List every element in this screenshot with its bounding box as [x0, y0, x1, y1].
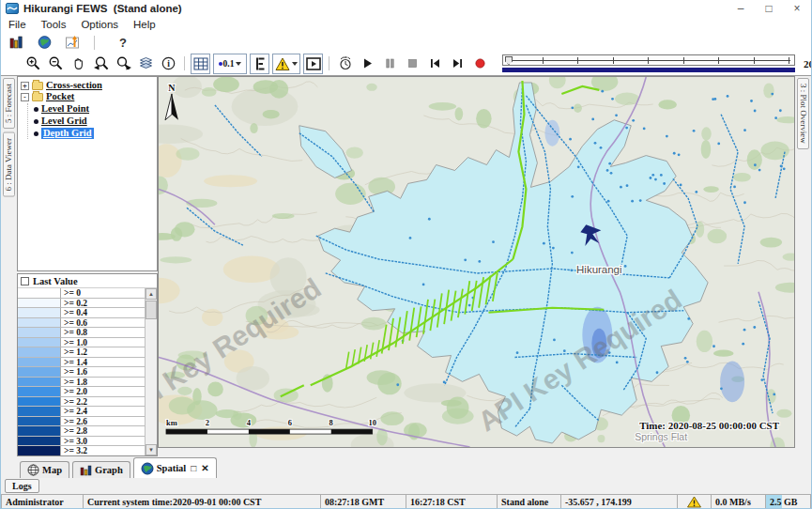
zoom-out-icon[interactable] — [46, 54, 66, 73]
deep-flood-patch — [544, 120, 559, 147]
thresholds-dropdown[interactable] — [272, 54, 300, 74]
stop-button[interactable] — [403, 54, 422, 73]
bullet-icon — [34, 119, 38, 124]
legend-label: >= 2.6 — [61, 417, 145, 427]
play-button[interactable] — [358, 54, 377, 73]
spatial-display-icon[interactable] — [35, 33, 54, 52]
animation-button[interactable] — [303, 54, 323, 74]
layer-tree: + Cross-section - Pocket Level Point — [17, 76, 158, 271]
zoom-in-icon[interactable] — [23, 54, 43, 73]
legend-row[interactable]: >= 0.8 — [18, 328, 145, 338]
legend-row[interactable]: >= 2.2 — [18, 397, 145, 408]
slider-tick — [718, 57, 719, 64]
legend-row[interactable]: >= 0.4 — [18, 308, 145, 318]
legend-row[interactable]: >= 3.2 — [18, 446, 145, 455]
menu-options[interactable]: Options — [73, 17, 126, 33]
scroll-down-icon[interactable]: ▼ — [146, 444, 157, 455]
zoom-previous-icon[interactable] — [91, 54, 111, 73]
legend-scrollbar[interactable]: ▲ ▼ — [145, 288, 157, 455]
pause-button[interactable] — [380, 54, 400, 73]
step-forward-button[interactable] — [448, 54, 467, 73]
legend-row[interactable]: >= 2.6 — [18, 417, 145, 427]
expand-icon[interactable]: + — [21, 82, 29, 90]
svg-text:8: 8 — [329, 418, 333, 427]
time-slider-track[interactable] — [502, 54, 795, 66]
tab-close-icon[interactable]: ✕ — [201, 463, 208, 473]
legend-row[interactable]: >= 1.0 — [18, 338, 145, 348]
title-bar: Hikurangi FEWS (Stand alone) – □ × — [1, 0, 811, 17]
scroll-up-icon[interactable]: ▲ — [146, 288, 157, 300]
app-logo-icon — [6, 3, 19, 14]
legend-row[interactable]: >= 2.0 — [18, 387, 145, 397]
status-mode: Stand alone — [497, 494, 560, 509]
scrollbar-thumb[interactable] — [146, 301, 157, 319]
step-back-button[interactable] — [425, 54, 445, 73]
help-button[interactable]: ? — [119, 36, 127, 50]
legend-row[interactable]: >= 0.6 — [18, 318, 145, 329]
animation-settings-icon[interactable] — [335, 54, 355, 73]
tree-item-cross-section[interactable]: + Cross-section — [21, 80, 157, 91]
legend-row[interactable]: >= 1.6 — [18, 367, 145, 378]
toolbar-separator — [329, 56, 329, 70]
tab-data-viewer[interactable]: 6 : Data Viewer — [3, 132, 15, 197]
menu-file[interactable]: File — [1, 17, 34, 33]
tree-item-label[interactable]: Pocket — [46, 91, 74, 102]
logs-button[interactable]: Logs — [5, 479, 39, 493]
tree-item-label[interactable]: Level Point — [41, 103, 89, 115]
tab-spatial[interactable]: Spatial □ ✕ — [133, 457, 217, 478]
status-warning[interactable] — [677, 494, 711, 509]
legend-list: >= 0>= 0.2>= 0.4>= 0.6>= 0.8>= 1.0>= 1.2… — [18, 288, 157, 455]
layers-icon[interactable] — [136, 54, 156, 73]
timeseries-display-icon[interactable] — [63, 33, 83, 52]
legend-row[interactable]: >= 0.2 — [18, 299, 145, 309]
minimize-button[interactable]: – — [727, 0, 755, 17]
legend-row[interactable]: >= 1.4 — [18, 358, 145, 368]
toolbar-separator — [94, 36, 95, 50]
menu-help[interactable]: Help — [126, 17, 163, 33]
legend-row[interactable]: >= 0 — [18, 288, 145, 299]
decimal-precision-dropdown[interactable]: 0.1 — [213, 54, 247, 74]
tab-restore-icon[interactable]: □ — [191, 463, 196, 473]
tree-item-depth-grid[interactable]: Depth Grid — [34, 128, 157, 139]
info-icon[interactable]: i — [159, 54, 178, 73]
map-view[interactable]: API Key Required API Key Required Hikura… — [158, 76, 795, 448]
time-slider[interactable] — [502, 54, 795, 72]
tab-forecast[interactable]: 5 : Forecast — [3, 78, 15, 129]
legend-row[interactable]: >= 2.4 — [18, 407, 145, 417]
tree-item-label-selected[interactable]: Depth Grid — [41, 128, 94, 139]
map-canvas[interactable]: API Key Required API Key Required Hikura… — [159, 77, 794, 447]
record-button[interactable] — [470, 54, 490, 73]
zoom-next-icon[interactable] — [114, 54, 133, 73]
legend-row[interactable]: >= 3.0 — [18, 437, 145, 447]
tree-item-label[interactable]: Cross-section — [46, 80, 102, 91]
precision-dot-icon — [219, 62, 222, 66]
tree-item-level-grid[interactable]: Level Grid — [34, 116, 157, 127]
collapse-icon[interactable]: - — [21, 93, 29, 101]
classification-button[interactable] — [250, 54, 269, 74]
legend-row[interactable]: >= 2.8 — [18, 426, 145, 437]
tree-item-pocket[interactable]: - Pocket — [21, 91, 157, 102]
tab-graph[interactable]: Graph — [72, 461, 130, 478]
svg-text:i: i — [167, 59, 170, 69]
tree-item-level-point[interactable]: Level Point — [34, 103, 157, 115]
legend-row[interactable]: >= 1.8 — [18, 378, 145, 388]
status-transfer-rate: 0.0 MB/s — [711, 494, 765, 509]
last-value-checkbox[interactable] — [21, 277, 29, 285]
legend-header: Last Value — [18, 274, 157, 288]
menu-tools[interactable]: Tools — [34, 17, 74, 33]
tree-item-label[interactable]: Level Grid — [41, 116, 87, 127]
grid-display-button[interactable] — [191, 54, 210, 74]
legend-color-swatch — [18, 347, 61, 358]
close-button[interactable]: × — [783, 0, 811, 17]
maximize-button[interactable]: □ — [755, 0, 783, 17]
bullet-icon — [34, 107, 38, 112]
tab-map[interactable]: Map — [20, 461, 69, 478]
database-explorer-icon[interactable] — [7, 33, 26, 52]
legend-row[interactable]: >= 1.2 — [18, 347, 145, 358]
svg-text:2: 2 — [206, 418, 209, 427]
svg-text:10: 10 — [368, 418, 375, 427]
left-panel: + Cross-section - Pocket Level Point — [17, 76, 158, 456]
legend-label: >= 3.0 — [61, 437, 145, 447]
pan-icon[interactable] — [69, 54, 88, 73]
tab-plot-overview[interactable]: 3 : Plot Overview — [797, 78, 809, 149]
